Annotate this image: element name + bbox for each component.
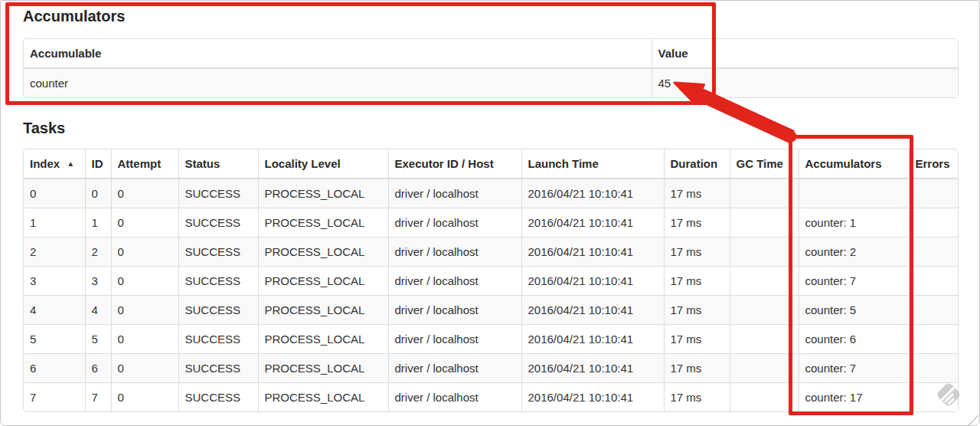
task-cell-launch: 2016/04/21 10:10:41 — [521, 296, 664, 325]
task-cell-id: 5 — [85, 325, 111, 354]
column-header-errors[interactable]: Errors — [909, 149, 958, 179]
task-cell-index: 1 — [24, 208, 85, 238]
task-cell-status: SUCCESS — [178, 296, 258, 325]
task-cell-status: SUCCESS — [178, 208, 258, 238]
task-cell-attempt: 0 — [111, 267, 178, 296]
task-cell-status: SUCCESS — [178, 238, 258, 267]
task-cell-accumulators: counter: 1 — [799, 208, 909, 238]
task-cell-attempt: 0 — [111, 354, 178, 383]
task-cell-duration: 17 ms — [664, 354, 730, 383]
task-cell-attempt: 0 — [111, 383, 178, 412]
task-row: 000SUCCESSPROCESS_LOCALdriver / localhos… — [24, 179, 958, 208]
task-cell-id: 7 — [85, 383, 111, 412]
task-cell-errors — [909, 325, 958, 354]
task-cell-errors — [909, 296, 958, 325]
task-cell-id: 1 — [85, 208, 111, 238]
accumulators-table: Accumulable Value counter 45 — [23, 38, 959, 98]
task-cell-executor: driver / localhost — [388, 267, 521, 296]
task-row: 220SUCCESSPROCESS_LOCALdriver / localhos… — [24, 238, 958, 267]
task-cell-launch: 2016/04/21 10:10:41 — [521, 267, 664, 296]
task-row: 660SUCCESSPROCESS_LOCALdriver / localhos… — [24, 354, 958, 383]
task-cell-launch: 2016/04/21 10:10:41 — [521, 354, 664, 383]
accumulators-section-title: Accumulators — [23, 7, 957, 25]
sort-ascending-icon: ▲ — [67, 159, 74, 168]
task-cell-launch: 2016/04/21 10:10:41 — [521, 325, 664, 354]
column-header-duration[interactable]: Duration — [664, 149, 730, 179]
task-row: 770SUCCESSPROCESS_LOCALdriver / localhos… — [24, 383, 958, 412]
task-cell-executor: driver / localhost — [388, 296, 521, 325]
task-cell-launch: 2016/04/21 10:10:41 — [521, 208, 664, 238]
resize-handle-icon — [968, 415, 979, 426]
tasks-table: Index▲IDAttemptStatusLocality LevelExecu… — [23, 149, 959, 412]
tasks-table-body: 000SUCCESSPROCESS_LOCALdriver / localhos… — [24, 179, 958, 411]
task-cell-gc_time — [730, 238, 799, 267]
task-cell-executor: driver / localhost — [388, 354, 521, 383]
task-cell-index: 0 — [24, 179, 85, 208]
task-cell-executor: driver / localhost — [388, 383, 521, 412]
task-cell-status: SUCCESS — [178, 325, 258, 354]
column-header-index[interactable]: Index▲ — [24, 149, 85, 179]
column-header-status[interactable]: Status — [178, 149, 258, 179]
task-cell-duration: 17 ms — [664, 383, 730, 412]
column-header-id[interactable]: ID — [85, 149, 111, 179]
column-header-gc_time[interactable]: GC Time — [730, 149, 799, 179]
column-header-locality[interactable]: Locality Level — [258, 149, 388, 179]
task-cell-id: 6 — [85, 354, 111, 383]
task-cell-attempt: 0 — [111, 325, 178, 354]
task-cell-accumulators: counter: 5 — [799, 296, 909, 325]
task-cell-id: 4 — [85, 296, 111, 325]
task-cell-attempt: 0 — [111, 208, 178, 238]
task-cell-accumulators: counter: 7 — [799, 354, 909, 383]
task-cell-gc_time — [730, 325, 799, 354]
task-cell-executor: driver / localhost — [388, 208, 521, 238]
task-cell-locality: PROCESS_LOCAL — [258, 296, 388, 325]
task-cell-locality: PROCESS_LOCAL — [258, 354, 388, 383]
task-cell-status: SUCCESS — [178, 179, 258, 208]
task-cell-gc_time — [730, 179, 799, 208]
task-cell-index: 5 — [24, 325, 85, 354]
task-cell-attempt: 0 — [111, 179, 178, 208]
task-cell-gc_time — [730, 208, 799, 238]
accumulable-value-cell: 45 — [652, 68, 958, 97]
task-cell-gc_time — [730, 296, 799, 325]
task-cell-index: 7 — [24, 383, 85, 412]
task-row: 440SUCCESSPROCESS_LOCALdriver / localhos… — [24, 296, 958, 325]
spark-stage-page: Accumulators Accumulable Value counter 4… — [0, 0, 980, 426]
task-cell-locality: PROCESS_LOCAL — [258, 208, 388, 238]
task-cell-attempt: 0 — [111, 238, 178, 267]
column-header-executor[interactable]: Executor ID / Host — [388, 149, 521, 179]
task-cell-index: 2 — [24, 238, 85, 267]
task-cell-status: SUCCESS — [178, 383, 258, 412]
task-cell-index: 4 — [24, 296, 85, 325]
task-cell-duration: 17 ms — [664, 267, 730, 296]
task-cell-errors — [909, 208, 958, 238]
column-header-accumulable: Accumulable — [24, 39, 652, 68]
task-cell-launch: 2016/04/21 10:10:41 — [521, 179, 664, 208]
tasks-header-row: Index▲IDAttemptStatusLocality LevelExecu… — [24, 149, 958, 179]
task-cell-executor: driver / localhost — [388, 179, 521, 208]
column-header-accumulators[interactable]: Accumulators — [799, 149, 909, 179]
task-cell-gc_time — [730, 354, 799, 383]
accumulator-row: counter 45 — [24, 68, 958, 97]
task-cell-duration: 17 ms — [664, 325, 730, 354]
column-header-attempt[interactable]: Attempt — [111, 149, 178, 179]
task-cell-id: 2 — [85, 238, 111, 267]
task-cell-duration: 17 ms — [664, 179, 730, 208]
task-cell-errors — [909, 179, 958, 208]
task-cell-accumulators: counter: 7 — [799, 267, 909, 296]
task-cell-index: 3 — [24, 267, 85, 296]
task-cell-errors — [909, 238, 958, 267]
task-cell-locality: PROCESS_LOCAL — [258, 238, 388, 267]
accumulators-header-row: Accumulable Value — [24, 39, 958, 68]
task-cell-duration: 17 ms — [664, 208, 730, 238]
column-header-value: Value — [652, 39, 958, 68]
task-cell-gc_time — [730, 383, 799, 412]
task-row: 330SUCCESSPROCESS_LOCALdriver / localhos… — [24, 267, 958, 296]
task-cell-duration: 17 ms — [664, 238, 730, 267]
task-cell-accumulators: counter: 17 — [799, 383, 909, 412]
task-cell-locality: PROCESS_LOCAL — [258, 267, 388, 296]
task-cell-status: SUCCESS — [178, 267, 258, 296]
column-header-launch[interactable]: Launch Time — [521, 149, 664, 179]
task-cell-gc_time — [730, 267, 799, 296]
task-cell-executor: driver / localhost — [388, 238, 521, 267]
